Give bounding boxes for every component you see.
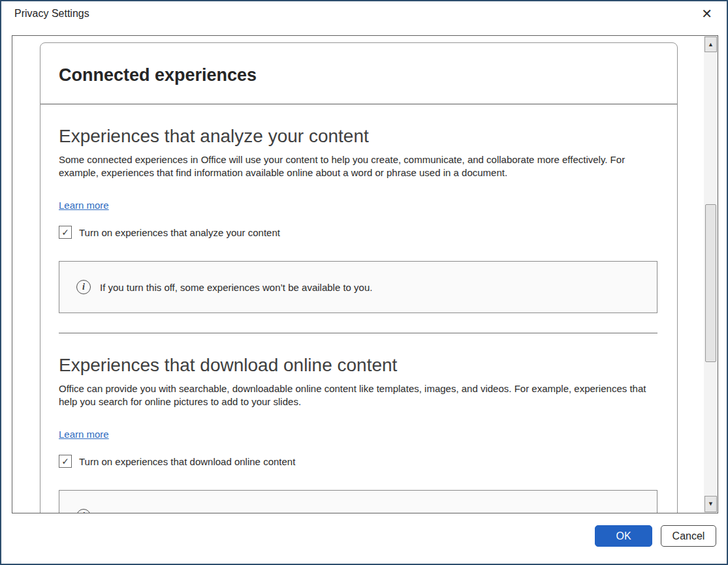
download-content-checkbox-label: Turn on experiences that download online… <box>79 456 295 467</box>
scroll-down-icon[interactable]: ▼ <box>704 496 717 512</box>
info-icon: i <box>76 509 91 513</box>
card-header: Connected experiences <box>40 43 677 104</box>
scroll-up-icon[interactable]: ▲ <box>704 37 717 52</box>
checkmark-icon: ✓ <box>61 227 69 237</box>
section-download-heading: Experiences that download online content <box>59 354 657 376</box>
titlebar: Privacy Settings ✕ <box>1 1 727 35</box>
section-analyze-description: Some connected experiences in Office wil… <box>59 153 650 179</box>
learn-more-link-analyze[interactable]: Learn more <box>59 200 109 211</box>
scrollbar-thumb[interactable] <box>705 204 716 362</box>
footer: OK Cancel <box>1 513 727 564</box>
privacy-settings-dialog: Privacy Settings ✕ Connected experiences… <box>0 0 728 565</box>
close-icon[interactable]: ✕ <box>701 6 712 22</box>
page-title: Connected experiences <box>59 65 659 85</box>
info-box-analyze: i If you turn this off, some experiences… <box>59 261 657 313</box>
section-analyze-heading: Experiences that analyze your content <box>59 125 657 147</box>
analyze-content-checkbox[interactable]: ✓ <box>59 226 72 239</box>
checkmark-icon: ✓ <box>61 456 69 466</box>
section-divider <box>59 333 657 333</box>
connected-experiences-card: Connected experiences Experiences that a… <box>40 42 678 513</box>
cancel-button[interactable]: Cancel <box>661 525 716 547</box>
section-download-description: Office can provide you with searchable, … <box>59 382 650 408</box>
download-content-checkbox[interactable]: ✓ <box>59 455 72 468</box>
ok-button[interactable]: OK <box>595 525 652 547</box>
info-icon: i <box>76 280 91 294</box>
checkbox-row-analyze: ✓ Turn on experiences that analyze your … <box>59 226 657 239</box>
vertical-scrollbar[interactable]: ▲ ▼ <box>704 36 718 513</box>
learn-more-link-download[interactable]: Learn more <box>59 429 109 440</box>
checkbox-row-download: ✓ Turn on experiences that download onli… <box>59 455 657 468</box>
dialog-title: Privacy Settings <box>14 8 89 20</box>
info-text-analyze: If you turn this off, some experiences w… <box>100 282 372 293</box>
analyze-content-checkbox-label: Turn on experiences that analyze your co… <box>79 227 280 238</box>
scroll-container: Connected experiences Experiences that a… <box>12 35 718 513</box>
card-content: Experiences that analyze your content So… <box>40 125 677 513</box>
info-box-download: i If you turn this off, some experiences… <box>59 490 657 513</box>
